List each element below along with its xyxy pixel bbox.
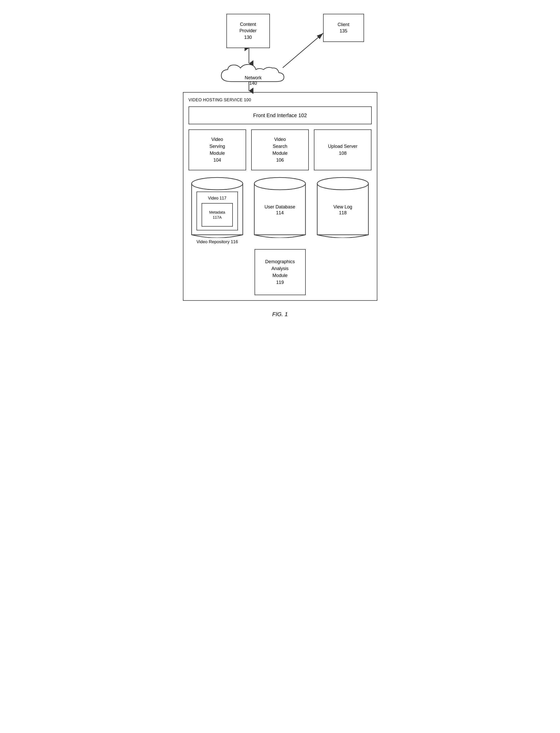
- video-repository-wrapper: Video 117 Metadata 117A Video Repository…: [189, 177, 246, 245]
- video-serving-module-label: VideoServingModule104: [210, 136, 225, 164]
- svg-point-14: [254, 178, 305, 190]
- module-row: VideoServingModule104 VideoSearchModule1…: [189, 129, 372, 170]
- network-cloud: Network140: [216, 62, 290, 85]
- video-repository-cylinder-svg: Video 117 Metadata 117A: [189, 177, 245, 238]
- demographics-row: DemographicsAnalysisModule119: [189, 249, 372, 295]
- svg-text:View Log: View Log: [333, 204, 352, 210]
- view-log-cylinder-svg: View Log 118: [315, 177, 371, 238]
- svg-text:Metadata: Metadata: [209, 210, 225, 214]
- vhs-label: VIDEO HOSTING SERVICE 100: [189, 98, 372, 102]
- fig-label: FIG. 1: [272, 311, 288, 318]
- top-diagram: ContentProvider130 Client135 Network140: [183, 10, 377, 92]
- network-label: Network140: [216, 75, 290, 86]
- svg-text:117A: 117A: [213, 215, 222, 220]
- user-database-wrapper: User Database 114 placeholder: [251, 177, 309, 245]
- demographics-analysis-box: DemographicsAnalysisModule119: [255, 249, 306, 295]
- content-provider-label: ContentProvider130: [239, 21, 257, 41]
- upload-server-label: Upload Server108: [328, 143, 357, 157]
- svg-text:118: 118: [339, 210, 347, 215]
- video-search-module-box: VideoSearchModule106: [251, 129, 309, 170]
- client-box: Client135: [323, 14, 364, 42]
- upload-server-box: Upload Server108: [314, 129, 371, 170]
- vhs-outer-box: VIDEO HOSTING SERVICE 100 Front End Inte…: [183, 92, 377, 301]
- video-search-module-label: VideoSearchModule106: [272, 136, 288, 164]
- video-repository-label: Video Repository 116: [196, 239, 238, 245]
- demographics-analysis-label: DemographicsAnalysisModule119: [265, 258, 295, 286]
- svg-point-7: [192, 178, 243, 190]
- svg-point-18: [317, 178, 368, 190]
- client-label: Client135: [337, 21, 349, 34]
- content-provider-box: ContentProvider130: [226, 14, 270, 48]
- front-end-interface-box: Front End Interface 102: [189, 106, 372, 124]
- video-serving-module-box: VideoServingModule104: [189, 129, 246, 170]
- database-row: Video 117 Metadata 117A Video Repository…: [189, 177, 372, 245]
- svg-text:User Database: User Database: [265, 204, 295, 210]
- view-log-wrapper: View Log 118 placeholder: [314, 177, 371, 245]
- user-database-cylinder-svg: User Database 114: [252, 177, 308, 238]
- svg-text:Video 117: Video 117: [208, 196, 226, 200]
- svg-text:114: 114: [276, 210, 284, 215]
- svg-rect-10: [202, 203, 233, 226]
- diagram-container: ContentProvider130 Client135 Network140 …: [180, 10, 380, 318]
- front-end-label: Front End Interface 102: [253, 113, 307, 118]
